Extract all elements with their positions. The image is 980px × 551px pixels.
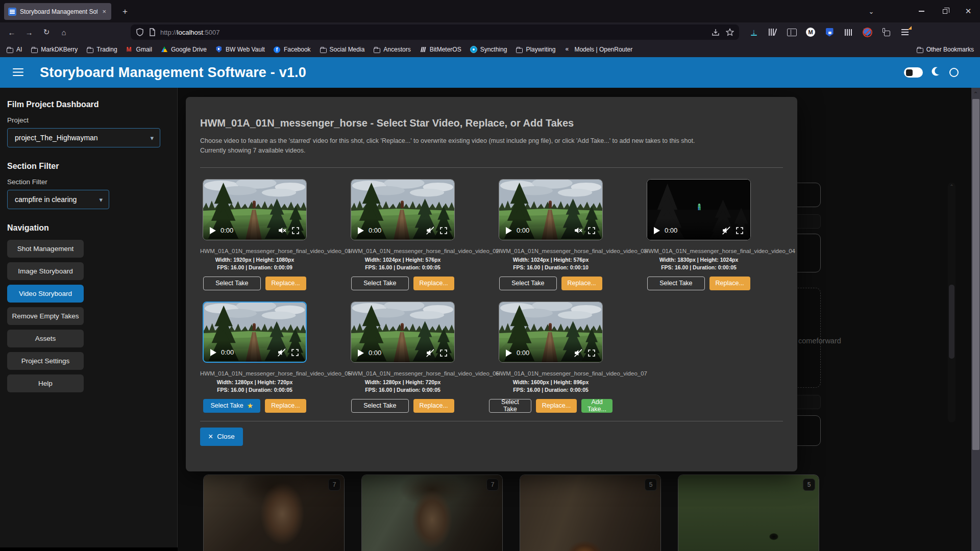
select-take-button[interactable]: Select Take <box>203 277 260 290</box>
url-bar[interactable]: http://localhost:5007 <box>131 24 739 40</box>
select-take-button[interactable]: Select Take <box>647 277 704 290</box>
video-player[interactable]: 0:00 <box>499 179 603 240</box>
fullscreen-icon[interactable] <box>587 349 596 357</box>
page-scrollbar-thumb[interactable] <box>972 99 979 450</box>
browser-tab[interactable]: Storyboard Management Softw × <box>4 3 111 20</box>
project-select[interactable]: project_The_Highwayman <box>7 128 160 147</box>
play-icon[interactable] <box>358 349 364 357</box>
replace-button[interactable]: Replace... <box>536 399 577 413</box>
no-audio-icon[interactable] <box>277 347 286 357</box>
home-icon[interactable]: ⌂ <box>56 24 71 40</box>
replace-button[interactable]: Replace... <box>265 399 306 413</box>
shield-icon[interactable] <box>136 28 144 36</box>
fullscreen-icon[interactable] <box>736 227 744 235</box>
sidebar-nav-button[interactable]: Remove Empty Takes <box>7 307 84 325</box>
sidebar-nav-button[interactable]: Shot Management <box>7 240 84 258</box>
page-info-icon[interactable] <box>148 28 156 36</box>
fence-extension-icon[interactable] <box>841 24 856 40</box>
sidebar-nav-button[interactable]: Assets <box>7 330 84 347</box>
bookmark-item[interactable]: Syncthing <box>470 46 507 53</box>
play-icon[interactable] <box>210 349 216 356</box>
extension-m-icon[interactable] <box>803 24 818 40</box>
bookmark-item[interactable]: Models | OpenRouter <box>564 46 632 53</box>
fullscreen-icon[interactable] <box>291 227 300 235</box>
sidebar-toggle-icon[interactable] <box>784 24 799 40</box>
list-tabs-icon[interactable]: ⌄ <box>860 0 883 22</box>
save-page-icon[interactable] <box>712 28 720 36</box>
replace-button[interactable]: Replace... <box>413 277 454 290</box>
video-player[interactable]: 0:00 <box>647 179 751 240</box>
downloads-icon[interactable] <box>746 24 762 40</box>
forward-icon[interactable]: → <box>21 24 37 40</box>
other-bookmarks[interactable]: Other Bookmarks <box>916 46 974 53</box>
play-icon[interactable] <box>506 227 512 234</box>
bookmark-item[interactable]: Ancestors <box>373 46 410 53</box>
video-time: 0:00 <box>221 348 234 356</box>
select-take-button[interactable]: Select Take <box>499 277 556 290</box>
select-take-button[interactable]: Select Take <box>489 399 531 413</box>
sidebar-nav-button[interactable]: Image Storyboard <box>7 262 84 280</box>
select-take-button[interactable]: Select Take <box>351 277 408 290</box>
replace-button[interactable]: Replace... <box>561 277 602 290</box>
play-icon[interactable] <box>210 227 216 234</box>
bookmark-star-icon[interactable] <box>726 28 734 36</box>
play-icon[interactable] <box>654 227 660 234</box>
new-tab-button[interactable]: + <box>118 5 132 18</box>
bookmark-item[interactable]: Facebook <box>274 46 311 53</box>
bookmark-item[interactable]: Google Drive <box>161 46 207 53</box>
moon-icon[interactable] <box>931 66 941 79</box>
extensions-icon[interactable] <box>878 24 894 40</box>
bookmark-item[interactable]: AI <box>6 46 22 53</box>
no-audio-icon[interactable] <box>425 348 435 358</box>
replace-button[interactable]: Replace... <box>413 399 454 413</box>
adblock-extension-icon[interactable] <box>860 24 875 40</box>
password-extension-icon[interactable] <box>822 24 837 40</box>
select-take-button[interactable]: Select Take★ <box>203 399 260 413</box>
bookmark-item[interactable]: Gmail <box>126 46 152 53</box>
library-icon[interactable] <box>765 24 780 40</box>
video-player[interactable]: 0:00 <box>351 302 455 363</box>
fullscreen-icon[interactable] <box>587 227 596 235</box>
select-take-button[interactable]: Select Take <box>351 399 408 413</box>
fullscreen-icon[interactable] <box>291 348 299 357</box>
bookmark-item[interactable]: Trading <box>86 46 117 53</box>
restore-button[interactable] <box>933 0 957 22</box>
add-take-button[interactable]: Add Take... <box>581 399 612 413</box>
back-icon[interactable]: ← <box>4 24 19 40</box>
tab-close-icon[interactable]: × <box>101 7 107 16</box>
circle-icon[interactable] <box>949 68 959 77</box>
fullscreen-icon[interactable] <box>439 349 448 357</box>
video-player[interactable]: 0:00 <box>203 179 307 240</box>
replace-button[interactable]: Replace... <box>265 277 306 290</box>
bookmark-item[interactable]: BitMeterOS <box>420 46 461 53</box>
no-audio-icon[interactable] <box>721 226 731 235</box>
bookmark-item[interactable]: BW Web Vault <box>215 46 265 53</box>
sidebar-nav-button[interactable]: Project Settings <box>7 352 84 370</box>
muted-audio-icon[interactable] <box>277 226 287 235</box>
bookmark-item[interactable]: Playwriting <box>516 46 555 53</box>
muted-audio-icon[interactable] <box>573 226 583 235</box>
theme-toggle[interactable] <box>904 67 923 78</box>
play-icon[interactable] <box>358 227 364 234</box>
video-player[interactable]: 0:00 <box>499 302 603 363</box>
section-filter-select[interactable]: campfire in clearing <box>7 190 109 209</box>
minimize-button[interactable] <box>910 0 933 22</box>
play-icon[interactable] <box>506 349 512 357</box>
replace-button[interactable]: Replace... <box>709 277 750 290</box>
no-audio-icon[interactable] <box>573 348 583 358</box>
close-window-button[interactable]: ✕ <box>957 0 980 22</box>
fullscreen-icon[interactable] <box>439 227 448 235</box>
bookmark-item[interactable]: Social Media <box>320 46 365 53</box>
sidebar-nav-button[interactable]: Help <box>7 374 84 392</box>
reload-icon[interactable]: ↻ <box>39 24 54 40</box>
page-scrollbar[interactable]: ⌃ <box>971 88 980 551</box>
sidebar-nav-button[interactable]: Video Storyboard <box>7 285 84 303</box>
hamburger-menu-icon[interactable] <box>12 68 24 77</box>
no-audio-icon[interactable] <box>425 226 435 235</box>
app-menu-icon[interactable] <box>897 24 913 40</box>
video-player[interactable]: 0:00 <box>351 179 455 240</box>
scrollbar-up-arrow[interactable]: ⌃ <box>971 91 980 97</box>
video-player[interactable]: 0:00 <box>203 302 307 363</box>
bookmark-item[interactable]: MarkDKBerry <box>31 46 78 53</box>
close-modal-button[interactable]: × Close <box>200 428 243 446</box>
